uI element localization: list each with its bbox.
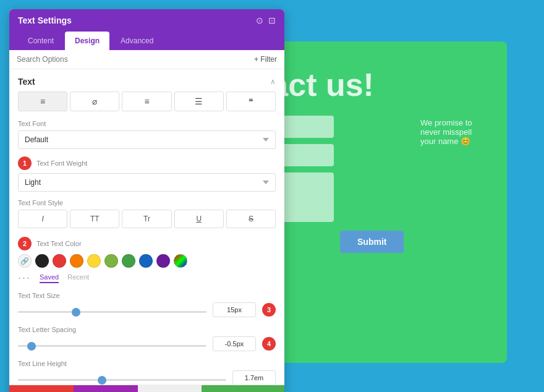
panel-header: Text Settings ⊙ ⊡ <box>9 9 284 32</box>
text-size-label: Text Text Size <box>18 292 276 299</box>
text-settings-panel: Text Settings ⊙ ⊡ Content Design Advance… <box>9 9 284 392</box>
align-center-button[interactable]: ⌀ <box>70 92 119 111</box>
color-green[interactable] <box>122 254 135 268</box>
font-style-label: Text Font Style <box>18 199 276 207</box>
panel-title: Text Settings <box>18 15 72 25</box>
panel-footer: ✕ ↺ ↻ ✓ ↺ <box>9 385 284 392</box>
more-colors-button[interactable]: ··· <box>18 271 31 284</box>
color-purple[interactable] <box>156 254 170 268</box>
color-blue[interactable] <box>139 254 153 268</box>
letter-spacing-row: 4 <box>18 336 276 351</box>
capitalize-button[interactable]: Tr <box>122 210 171 228</box>
align-buttons: ≡ ⌀ ≡ ☰ ❝ <box>18 92 276 111</box>
line-height-slider[interactable] <box>18 379 226 381</box>
letter-spacing-label: Text Letter Spacing <box>18 326 276 333</box>
color-red[interactable] <box>53 254 66 268</box>
color-section: 2 Text Text Color 🔗 ··· Saved Recent <box>18 237 276 284</box>
saved-tab[interactable]: Saved <box>40 273 59 283</box>
text-color-label: Text Text Color <box>36 240 82 247</box>
contact-title: tact us! <box>260 66 488 103</box>
align-justify-button[interactable]: ☰ <box>174 92 224 111</box>
settings-icon[interactable]: ⊙ <box>256 15 263 25</box>
text-size-slider[interactable] <box>18 311 206 313</box>
reset-button[interactable]: ↺ <box>74 385 138 392</box>
color-light-green[interactable] <box>104 254 118 268</box>
align-right-button[interactable]: ≡ <box>122 92 171 111</box>
underline-button[interactable]: U <box>174 210 224 228</box>
section-toggle[interactable]: ∧ <box>270 77 276 86</box>
contact-subtitle: We promise to never misspell your name 😊 <box>420 118 488 146</box>
text-size-slider-container <box>18 304 206 315</box>
color-swatches: 🔗 <box>18 254 276 268</box>
step-badge-4: 4 <box>262 337 276 351</box>
text-size-value[interactable] <box>213 302 256 317</box>
filter-button[interactable]: + Filter <box>254 55 277 64</box>
strikethrough-button[interactable]: S <box>226 210 276 228</box>
save-button[interactable]: ✓ <box>202 385 266 392</box>
extra-button[interactable]: ↺ <box>266 385 284 392</box>
search-bar: + Filter <box>9 50 284 69</box>
cancel-button[interactable]: ✕ <box>9 385 74 392</box>
color-link-icon[interactable]: 🔗 <box>18 254 32 268</box>
tab-advanced[interactable]: Advanced <box>111 32 163 50</box>
color-tabs: Saved Recent <box>40 273 89 283</box>
recent-tab[interactable]: Recent <box>67 273 89 283</box>
letter-spacing-slider[interactable] <box>18 345 206 347</box>
panel-tabs: Content Design Advanced <box>9 32 284 50</box>
step-badge-3: 3 <box>262 303 276 317</box>
align-left-button[interactable]: ≡ <box>18 92 67 111</box>
color-yellow[interactable] <box>87 254 101 268</box>
line-height-slider-container <box>18 372 226 383</box>
section-title: Text <box>18 77 35 87</box>
tab-content[interactable]: Content <box>18 32 64 50</box>
align-quote-button[interactable]: ❝ <box>226 92 276 111</box>
line-height-row <box>18 370 276 385</box>
eyedropper-icon[interactable] <box>174 254 187 268</box>
expand-icon[interactable]: ⊡ <box>268 15 276 25</box>
font-weight-select[interactable]: Light <box>18 173 276 192</box>
font-select[interactable]: Default <box>18 130 276 149</box>
text-size-row: 3 <box>18 302 276 317</box>
tab-design[interactable]: Design <box>65 32 109 50</box>
color-orange[interactable] <box>70 254 83 268</box>
step-badge-1: 1 <box>18 156 32 170</box>
style-buttons: I TT Tr U S <box>18 210 276 228</box>
uppercase-button[interactable]: TT <box>70 210 119 228</box>
letter-spacing-slider-container <box>18 338 206 349</box>
search-input[interactable] <box>17 55 249 64</box>
submit-button[interactable]: Submit <box>340 231 404 253</box>
italic-button[interactable]: I <box>18 210 67 228</box>
section-header: Text ∧ <box>18 69 276 92</box>
line-height-label: Text Line Height <box>18 360 276 367</box>
letter-spacing-value[interactable] <box>213 336 256 351</box>
redo-button[interactable]: ↻ <box>138 385 202 392</box>
panel-header-icons: ⊙ ⊡ <box>256 15 276 25</box>
step-badge-2: 2 <box>18 237 32 250</box>
font-label: Text Font <box>18 120 276 127</box>
color-black[interactable] <box>35 254 49 268</box>
line-height-value[interactable] <box>232 370 276 385</box>
panel-content: Text ∧ ≡ ⌀ ≡ ☰ ❝ Text Font Default 1 Tex… <box>9 69 284 385</box>
font-weight-label: Text Font Weight <box>36 160 87 167</box>
